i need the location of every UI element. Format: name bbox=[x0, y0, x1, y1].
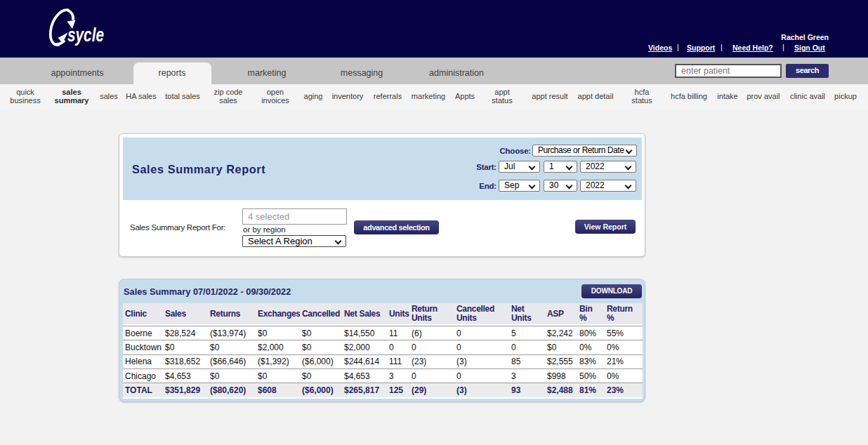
svg-text:sycle: sycle bbox=[67, 24, 104, 46]
